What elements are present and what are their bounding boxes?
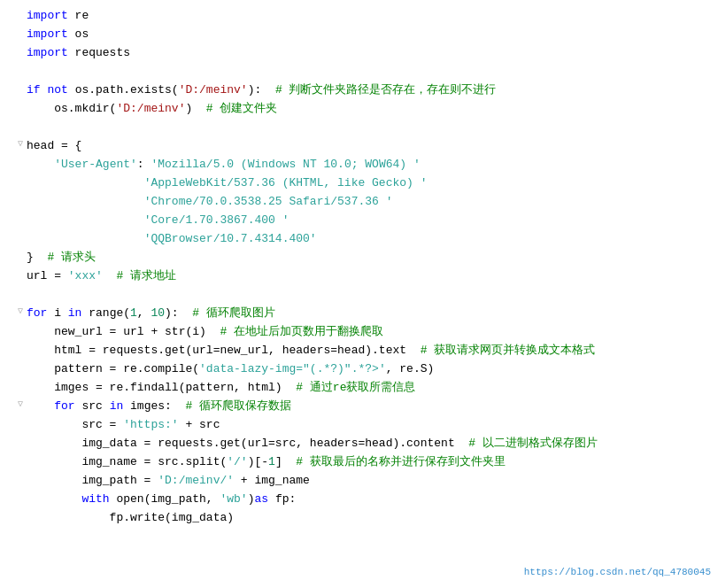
code-line-1: import re: [0, 7, 718, 26]
watermark: https://blog.csdn.net/qq_4780045: [524, 565, 711, 581]
code-line-26: img_path = 'D:/meinv/' + img_name: [0, 472, 718, 491]
line-content: pattern = re.compile('data-lazy-img="(.*…: [27, 360, 718, 379]
line-content: imges = re.findall(pattern, html) # 通过re…: [27, 379, 718, 398]
line-content: img_path = 'D:/meinv/' + img_name: [27, 472, 718, 491]
line-content: import re: [27, 7, 718, 26]
line-content: 'QQBrowser/10.7.4314.400': [27, 230, 718, 249]
line-content: [27, 63, 718, 81]
line-content: head = {: [27, 137, 718, 156]
code-line-15: url = 'xxx' # 请求地址: [0, 267, 718, 286]
code-editor: import re import os import requests if n…: [0, 0, 718, 588]
code-line-8: ▽ head = {: [0, 137, 718, 156]
line-content: import requests: [27, 44, 718, 63]
line-content: 'User-Agent': 'Mozilla/5.0 (Windows NT 1…: [27, 156, 718, 174]
fold-marker-src[interactable]: ▽: [18, 398, 27, 412]
code-line-24: img_data = requests.get(url=src, headers…: [0, 435, 718, 453]
code-line-7: [0, 119, 718, 137]
code-line-3: import requests: [0, 44, 718, 63]
code-line-28: fp.write(img_data): [0, 509, 718, 528]
code-line-4: [0, 63, 718, 81]
code-line-21: imges = re.findall(pattern, html) # 通过re…: [0, 379, 718, 398]
line-content: img_data = requests.get(url=src, headers…: [27, 435, 718, 453]
code-line-18: new_url = url + str(i) # 在地址后加页数用于翻换爬取: [0, 323, 718, 342]
line-content: img_name = src.split('/')[-1] # 获取最后的名称并…: [27, 453, 718, 472]
fold-marker-for[interactable]: ▽: [18, 305, 27, 319]
code-line-23: src = 'https:' + src: [0, 416, 718, 435]
line-content: os.mkdir('D:/meinv') # 创建文件夹: [27, 100, 718, 119]
line-content: import os: [27, 26, 718, 44]
line-content: [27, 119, 718, 137]
code-line-10: 'AppleWebKit/537.36 (KHTML, like Gecko) …: [0, 174, 718, 193]
line-content: } # 请求头: [27, 249, 718, 267]
line-content: new_url = url + str(i) # 在地址后加页数用于翻换爬取: [27, 323, 718, 342]
line-content: for i in range(1, 10): # 循环爬取图片: [27, 305, 718, 323]
code-line-27: with open(img_path, 'wb')as fp:: [0, 491, 718, 509]
line-content: 'AppleWebKit/537.36 (KHTML, like Gecko) …: [27, 174, 718, 193]
code-line-17: ▽ for i in range(1, 10): # 循环爬取图片: [0, 305, 718, 323]
code-line-22: ▽ for src in imges: # 循环爬取保存数据: [0, 398, 718, 416]
fold-marker-fold[interactable]: ▽: [18, 137, 27, 151]
code-line-14: } # 请求头: [0, 249, 718, 267]
line-content: src = 'https:' + src: [27, 416, 718, 435]
code-line-2: import os: [0, 26, 718, 44]
code-line-13: 'QQBrowser/10.7.4314.400': [0, 230, 718, 249]
line-content: with open(img_path, 'wb')as fp:: [27, 491, 718, 509]
code-line-20: pattern = re.compile('data-lazy-img="(.*…: [0, 360, 718, 379]
line-content: html = requests.get(url=new_url, headers…: [27, 342, 718, 360]
code-line-6: os.mkdir('D:/meinv') # 创建文件夹: [0, 100, 718, 119]
code-line-19: html = requests.get(url=new_url, headers…: [0, 342, 718, 360]
line-content: if not os.path.exists('D:/meinv'): # 判断文…: [27, 81, 718, 100]
line-content: for src in imges: # 循环爬取保存数据: [27, 398, 718, 416]
line-content: url = 'xxx' # 请求地址: [27, 267, 718, 286]
line-content: 'Core/1.70.3867.400 ': [27, 212, 718, 230]
code-line-12: 'Core/1.70.3867.400 ': [0, 212, 718, 230]
line-content: 'Chrome/70.0.3538.25 Safari/537.36 ': [27, 193, 718, 212]
code-line-16: [0, 286, 718, 305]
code-line-25: img_name = src.split('/')[-1] # 获取最后的名称并…: [0, 453, 718, 472]
line-content: [27, 286, 718, 305]
line-content: fp.write(img_data): [27, 509, 718, 528]
code-line-9: 'User-Agent': 'Mozilla/5.0 (Windows NT 1…: [0, 156, 718, 174]
code-line-5: if not os.path.exists('D:/meinv'): # 判断文…: [0, 81, 718, 100]
code-line-11: 'Chrome/70.0.3538.25 Safari/537.36 ': [0, 193, 718, 212]
